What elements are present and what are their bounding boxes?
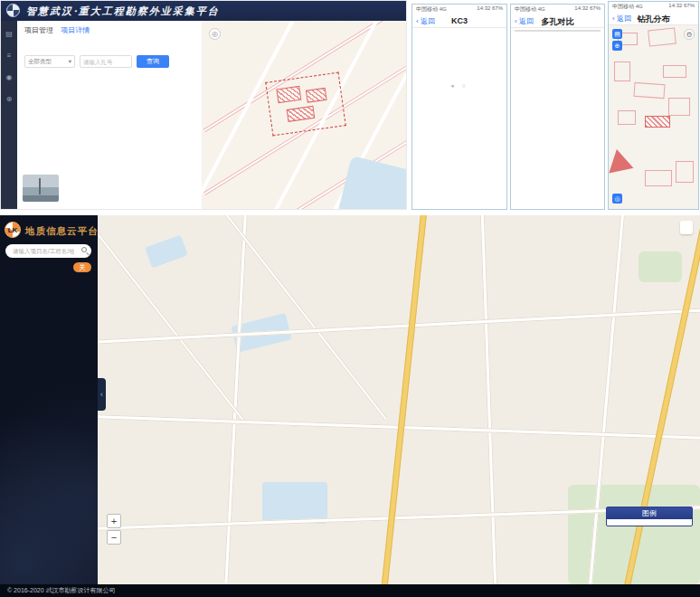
map-search-input[interactable]	[11, 245, 76, 256]
search-button[interactable]: 查询	[137, 55, 169, 68]
site-photo-thumbnail[interactable]	[23, 175, 59, 202]
page-title: 钻孔分布	[609, 14, 698, 25]
map-road	[201, 215, 387, 420]
water-area	[338, 156, 407, 210]
hole-search-input[interactable]	[80, 55, 132, 68]
battery-time-text: 14:32 67%	[574, 5, 601, 13]
zoom-in-button[interactable]: +	[107, 514, 121, 528]
app-logo-icon	[6, 4, 20, 17]
carrier-text: 中国移动 4G	[416, 5, 447, 13]
page-title: KC3	[412, 16, 506, 25]
breadcrumb-root[interactable]: 项目管理	[24, 26, 53, 34]
park-area	[639, 251, 682, 282]
screenshot-canvas: 智慧武汉·重大工程勘察外业采集平台 ▤ ≡ ◉ ⊕ 项目管理 项目详情 全部类型…	[0, 0, 700, 597]
platform-logo-icon: LK	[5, 222, 21, 238]
battery-time-text: 14:32 67%	[668, 3, 695, 10]
building-outline	[614, 62, 630, 81]
geo-map[interactable]: + − 图例	[98, 215, 700, 584]
building-outline	[648, 27, 676, 46]
platform-title: 地质信息云平台	[25, 225, 99, 238]
nav-bar: ‹ 返回 钻孔分布	[609, 11, 698, 25]
chevron-down-icon: ▾	[69, 58, 71, 65]
nav-bar: ‹ 返回 KC3	[412, 14, 506, 28]
zoom-control: + −	[107, 514, 121, 546]
breadcrumb: 项目管理 项目详情	[24, 25, 90, 35]
building-footprint	[306, 88, 327, 103]
layer-sidebar: LK 地质信息云平台 关	[0, 215, 98, 584]
home-icon[interactable]: ▤	[1, 30, 17, 38]
map-footer: © 2016-2020 武汉市勘察设计有限公司	[0, 584, 700, 597]
hole-spacing-table	[515, 30, 601, 32]
page-title: 多孔对比	[511, 16, 604, 28]
building-footprint	[276, 86, 301, 103]
kc3-app-screen: 中国移动 4G 14:32 67% ‹ 返回 KC3 ● ○	[411, 4, 507, 210]
map-legend: 图例	[606, 507, 693, 526]
multi-hole-compare-screen: 中国移动 4G 14:32 67% ‹ 返回 多孔对比	[510, 4, 605, 210]
status-bar: 中国移动 4G 14:32 67%	[609, 2, 698, 11]
sidebar-collapse-handle[interactable]: ‹	[98, 378, 106, 411]
red-building-footprint	[609, 149, 637, 180]
main-road	[380, 215, 428, 584]
gear-icon[interactable]: ⚙	[684, 29, 695, 40]
water-area	[262, 482, 327, 524]
building-outline	[663, 65, 686, 78]
copyright-text: © 2016-2020 武汉市勘察设计有限公司	[7, 586, 116, 595]
carrier-text: 中国移动 4G	[612, 3, 643, 10]
page-dots: ● ○	[412, 82, 506, 89]
add-icon[interactable]: ⊕	[1, 95, 17, 103]
project-map[interactable]: ◎	[202, 21, 407, 210]
map-road	[479, 215, 498, 584]
hole-type-value: 全部类型	[28, 58, 52, 66]
status-bar: 中国移动 4G 14:32 67%	[511, 5, 604, 14]
battery-time-text: 14:32 67%	[477, 5, 503, 13]
list-icon[interactable]: ≡	[1, 52, 17, 60]
geo-cloud-platform-window: + − 图例 LK 地质信息云平台 关 ‹ © 2016-2020 武汉市勘察设…	[0, 215, 700, 597]
building-footprint	[287, 106, 316, 122]
building-outline	[633, 82, 665, 99]
highlighted-building	[645, 116, 670, 128]
filter-bar: 全部类型▾ 查询	[24, 55, 169, 68]
building-outline	[668, 98, 690, 116]
project-boundary-polygon[interactable]	[265, 72, 346, 137]
status-bar: 中国移动 4G 14:32 67%	[412, 5, 506, 14]
locate-control[interactable]: ◎	[209, 28, 221, 40]
legend-title[interactable]: 图例	[607, 507, 692, 519]
layers-button[interactable]: ▤	[612, 29, 622, 39]
search-icon[interactable]	[81, 247, 87, 252]
building-outline	[618, 110, 636, 125]
locate-button[interactable]: ◎	[612, 194, 622, 204]
app-titlebar: 智慧武汉·重大工程勘察外业采集平台	[1, 1, 406, 21]
add-layer-button[interactable]: ⊕	[612, 41, 622, 51]
carrier-text: 中国移动 4G	[515, 5, 545, 13]
map-toolbar	[680, 221, 693, 234]
distribution-map[interactable]: ▤ ⊕ ⚙ ◎	[609, 25, 698, 209]
building-outline	[645, 170, 672, 186]
map-search-box	[5, 244, 91, 258]
nav-bar: ‹ 返回 多孔对比	[511, 14, 604, 28]
target-icon[interactable]: ◉	[1, 73, 17, 81]
label-toggle[interactable]: 关	[73, 262, 91, 272]
water-area	[145, 235, 188, 269]
zoom-out-button[interactable]: −	[107, 530, 121, 545]
hole-type-select[interactable]: 全部类型▾	[24, 55, 75, 68]
strata-compare-chart	[511, 55, 604, 209]
hole-distribution-screen: 中国移动 4G 14:32 67% ‹ 返回 钻孔分布 ▤ ⊕ ⚙ ◎	[608, 1, 699, 210]
app-title: 智慧武汉·重大工程勘察外业采集平台	[26, 5, 220, 18]
survey-platform-window: 智慧武汉·重大工程勘察外业采集平台 ▤ ≡ ◉ ⊕ 项目管理 项目详情 全部类型…	[0, 0, 407, 210]
building-outline	[676, 161, 694, 183]
mini-sidebar: ▤ ≡ ◉ ⊕	[1, 21, 17, 210]
breadcrumb-current: 项目详情	[61, 26, 90, 34]
